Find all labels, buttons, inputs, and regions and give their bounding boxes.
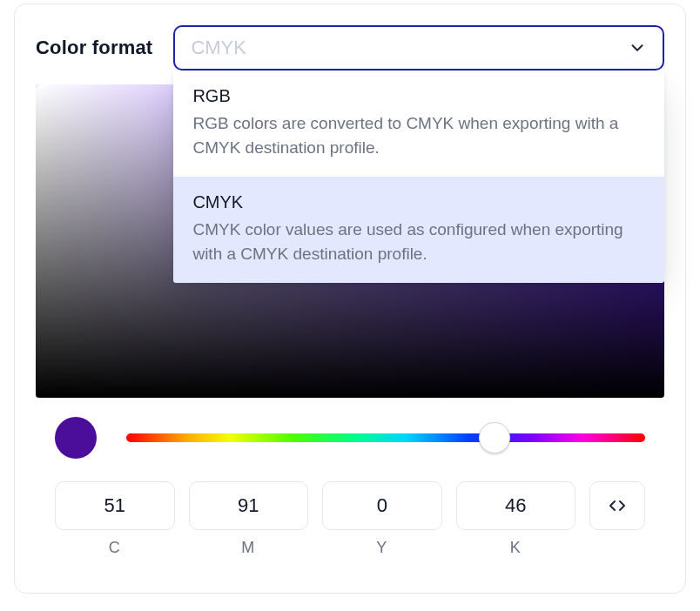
color-format-label: Color format	[36, 37, 152, 59]
color-format-panel: Color format CMYK RGB RGB colors are con…	[14, 3, 686, 594]
hue-row	[55, 417, 645, 459]
channel-k-label: K	[510, 539, 522, 557]
color-format-listbox: RGB RGB colors are converted to CMYK whe…	[173, 70, 664, 283]
channel-c: C	[55, 481, 175, 557]
channel-m-label: M	[241, 539, 255, 557]
hue-slider[interactable]	[126, 433, 645, 442]
channel-m-input[interactable]	[189, 481, 309, 530]
channel-m: M	[189, 481, 309, 557]
option-cmyk[interactable]: CMYK CMYK color values are used as confi…	[173, 177, 664, 283]
combobox-placeholder: CMYK	[191, 37, 628, 59]
chevron-down-icon	[628, 38, 647, 57]
option-title: RGB	[192, 86, 645, 106]
header-row: Color format CMYK RGB RGB colors are con…	[36, 25, 664, 70]
channel-c-label: C	[109, 539, 121, 557]
channel-y-input[interactable]	[322, 481, 442, 530]
color-format-combobox-wrap: CMYK RGB RGB colors are converted to CMY…	[173, 25, 664, 70]
option-title: CMYK	[192, 192, 645, 212]
code-icon	[607, 495, 628, 516]
channel-k: K	[456, 481, 576, 557]
hue-thumb[interactable]	[479, 422, 510, 453]
channel-c-input[interactable]	[55, 481, 175, 530]
option-rgb[interactable]: RGB RGB colors are converted to CMYK whe…	[173, 70, 664, 177]
option-description: CMYK color values are used as configured…	[192, 218, 645, 265]
cycle-model-button[interactable]	[589, 481, 645, 530]
channel-y: Y	[322, 481, 442, 557]
channel-k-input[interactable]	[456, 481, 576, 530]
color-swatch	[55, 417, 97, 459]
option-description: RGB colors are converted to CMYK when ex…	[192, 111, 645, 159]
color-format-combobox[interactable]: CMYK	[173, 25, 664, 70]
channel-inputs: C M Y K	[55, 481, 645, 557]
channel-y-label: Y	[376, 539, 387, 557]
